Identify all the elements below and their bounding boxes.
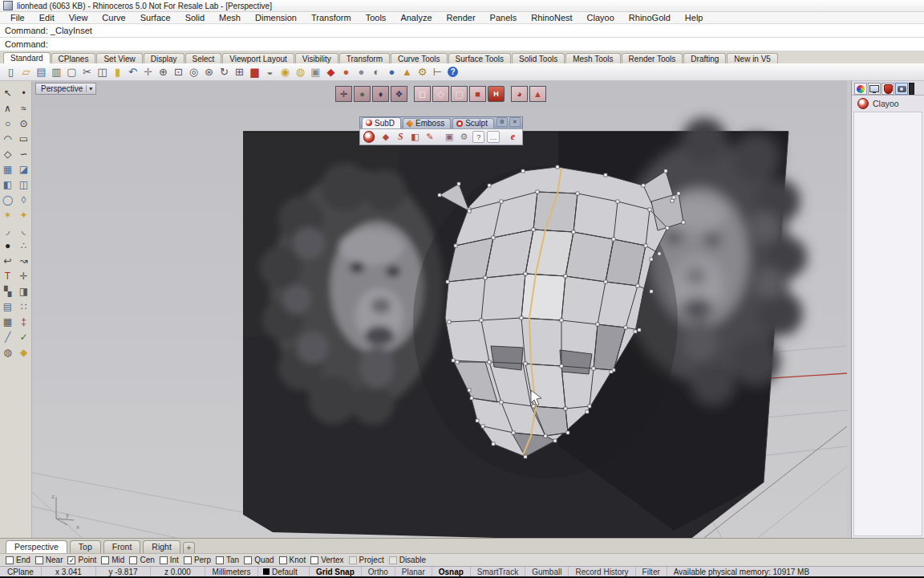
subd-options-icon[interactable]: ⚙ (458, 131, 470, 144)
pane-gumball[interactable]: Gumball (525, 567, 569, 576)
tool-dimension-icon[interactable]: ‡ (16, 314, 31, 329)
cplane-pane[interactable]: CPlane (0, 567, 42, 576)
subd-capture-icon[interactable]: ▣ (443, 131, 455, 144)
viewport-title-button[interactable]: Perspective ▾ (35, 83, 96, 95)
ribbon-tab-select[interactable]: Select (185, 53, 222, 63)
panel-body[interactable] (853, 112, 922, 536)
vtab-top[interactable]: Top (70, 540, 101, 553)
tab-render-icon[interactable] (881, 83, 894, 95)
checkbox-box[interactable] (160, 556, 168, 564)
osnap-cen-checkbox[interactable]: Cen (129, 556, 154, 564)
subd-edit-icon[interactable]: ◆ (379, 131, 391, 144)
tool-rectangle-icon[interactable]: ▭ (16, 131, 31, 146)
checkbox-box[interactable] (129, 556, 137, 564)
vtab-right[interactable]: Right (143, 540, 180, 553)
vtab-front[interactable]: Front (103, 540, 141, 553)
clayoo-subd-cluster-icon[interactable]: ❖ (391, 86, 407, 102)
osnap-project-checkbox[interactable]: Project (349, 556, 384, 564)
undo-icon[interactable]: ↶ (125, 65, 140, 79)
tab-camera-icon[interactable] (895, 83, 908, 95)
tool-cylinder-icon[interactable]: ◫ (16, 177, 31, 192)
cut-icon[interactable]: ✂ (79, 65, 95, 79)
clayoo-box-icon[interactable]: ◻ (414, 86, 431, 102)
render-icon[interactable]: ◆ (323, 65, 338, 79)
tool-check-icon[interactable]: ✓ (16, 329, 31, 344)
close-icon[interactable]: ✕ (509, 117, 521, 127)
rotate-view-icon[interactable]: ↻ (217, 65, 232, 79)
clayoo-h-button-icon[interactable]: H (488, 86, 505, 102)
checkbox-box[interactable] (184, 556, 192, 564)
gear-icon[interactable]: ⚙ (496, 117, 508, 127)
new-file-icon[interactable]: ▯ (3, 65, 18, 79)
pane-smarttrack[interactable]: SmartTrack (471, 567, 525, 576)
tool-chamfer-icon[interactable]: ◟ (16, 222, 31, 238)
checkbox-box[interactable] (244, 556, 252, 564)
add-viewport-tab-button[interactable]: + (183, 542, 195, 553)
osnap-tan-checkbox[interactable]: Tan (216, 556, 239, 564)
osnap-knot-checkbox[interactable]: Knot (279, 556, 306, 564)
cone-icon[interactable]: ▲ (399, 65, 415, 79)
ribbon-tab-viewport-layout[interactable]: Viewport Layout (222, 53, 294, 63)
help-icon[interactable]: ? (448, 67, 458, 77)
lock-icon[interactable]: ▣ (308, 65, 323, 79)
subd-script-icon[interactable]: e (507, 131, 519, 144)
ribbon-tab-transform[interactable]: Transform (339, 53, 390, 63)
ribbon-tab-display[interactable]: Display (144, 53, 184, 63)
pane-planar[interactable]: Planar (395, 567, 432, 576)
units-pane[interactable]: Millimeters (205, 567, 258, 576)
tool-polyline-icon[interactable]: ∧ (0, 100, 15, 116)
clayoo-cone-icon[interactable]: ▲ (529, 86, 546, 102)
copy-icon[interactable]: ◫ (95, 65, 110, 79)
clayoo-round-box-icon[interactable]: ▢ (451, 86, 468, 102)
tool-mirror-icon[interactable]: ◨ (16, 283, 31, 299)
menu-edit[interactable]: Edit (32, 13, 62, 22)
pane-osnap[interactable]: Osnap (432, 567, 471, 576)
subd-more-icon[interactable]: … (487, 131, 499, 143)
subd-help-icon[interactable]: ? (472, 131, 484, 143)
tool-box-icon[interactable]: ◧ (0, 177, 15, 192)
tool-blast-icon[interactable]: ✦ (16, 207, 31, 222)
menu-help[interactable]: Help (678, 13, 711, 22)
shade-icon[interactable]: ▆ (247, 65, 262, 79)
checkbox-box[interactable] (389, 556, 397, 564)
command-input-line[interactable]: Command: (0, 38, 924, 51)
tool-point-icon[interactable]: • (16, 85, 31, 100)
tool-grid-icon[interactable]: ▦ (0, 314, 15, 329)
checkbox-box[interactable] (349, 556, 357, 564)
pane-filter[interactable]: Filter (636, 567, 667, 576)
tool-hook-icon[interactable]: ↩ (0, 253, 15, 268)
print-icon[interactable]: ▥ (49, 65, 64, 79)
ribbon-tab-drafting[interactable]: Drafting (683, 53, 726, 63)
clayoo-subd-pin-icon[interactable]: ✛ (335, 86, 352, 102)
command-history-line[interactable]: Command: _ClayInset (0, 24, 924, 38)
checkbox-box[interactable] (310, 556, 318, 564)
tool-arc-icon[interactable]: ◠ (0, 131, 15, 146)
tool-trim-icon[interactable]: ╱ (0, 329, 15, 344)
tool-curve-icon[interactable]: ≈ (16, 100, 31, 116)
tool-freeform-icon[interactable]: ∽ (16, 146, 31, 161)
save-icon[interactable]: ▤ (34, 65, 49, 79)
tool-surface-icon[interactable]: ▦ (0, 161, 15, 177)
menu-panels[interactable]: Panels (483, 13, 525, 22)
clayoo-subd-pipe-icon[interactable]: ♦ (372, 86, 389, 102)
tool-array-points-icon[interactable]: ∴ (16, 238, 31, 253)
subd-sculpt-icon[interactable]: S (395, 131, 407, 144)
checkbox-box[interactable] (35, 556, 43, 564)
subd-box-icon[interactable]: ◧ (409, 131, 421, 144)
tool-loft-icon[interactable]: ◪ (16, 161, 31, 177)
clayoo-logo-icon[interactable] (363, 131, 375, 143)
viewport-3d-scene[interactable]: zyx (32, 81, 847, 538)
osnap-near-checkbox[interactable]: Near (35, 556, 63, 564)
layer-pane[interactable]: Default (258, 567, 310, 576)
menu-solid[interactable]: Solid (178, 13, 212, 22)
tool-explode-icon[interactable]: ✶ (0, 207, 15, 222)
gears-icon[interactable]: ⚙ (415, 65, 430, 79)
menu-tools[interactable]: Tools (359, 13, 394, 22)
viewport-perspective[interactable]: zyx Perspective ▾ ✛●♦❖◻◇▢■H◕▲ SubD (32, 81, 847, 538)
zoom-window-icon[interactable]: ⊡ (171, 65, 186, 79)
tool-torus-icon[interactable]: ◯ (0, 192, 15, 207)
menu-mesh[interactable]: Mesh (212, 13, 248, 22)
menu-dimension[interactable]: Dimension (248, 13, 304, 22)
viewport-layout-icon[interactable]: ⊞ (232, 65, 247, 79)
ribbon-tab-solid-tools[interactable]: Solid Tools (512, 53, 565, 63)
